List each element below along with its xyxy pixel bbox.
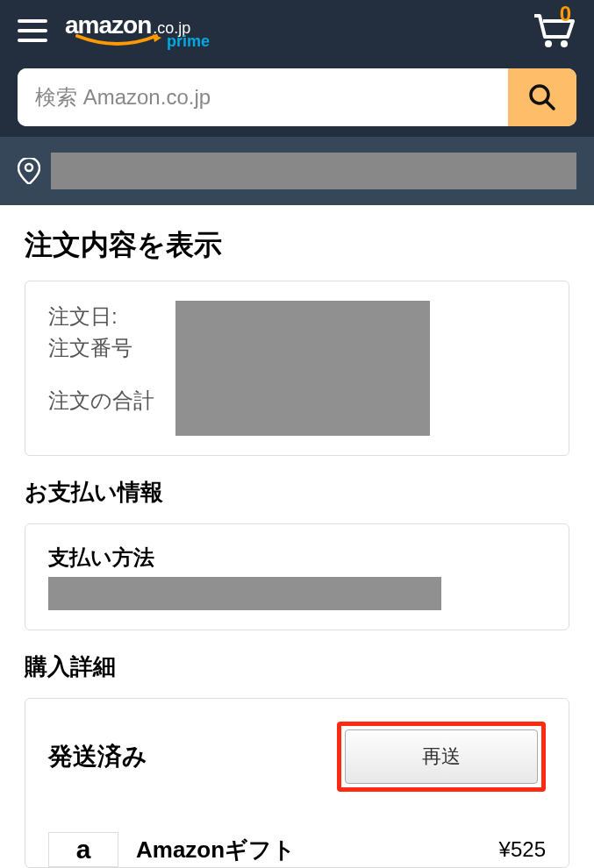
location-redacted [51, 153, 576, 189]
payment-card: 支払い方法 [25, 523, 569, 630]
search-button[interactable] [508, 68, 576, 126]
order-number-label: 注文番号 [48, 332, 154, 364]
search-bar-container [0, 61, 594, 137]
shipped-label: 発送済み [48, 740, 147, 773]
payment-section-title: お支払い情報 [25, 477, 569, 508]
search-bar [18, 68, 576, 126]
prime-text: prime [167, 32, 210, 51]
cart-button[interactable]: 0 [531, 9, 576, 53]
resend-highlight: 再送 [337, 722, 546, 792]
cart-count: 0 [560, 2, 571, 26]
svg-point-0 [545, 40, 552, 47]
logo[interactable]: amazon .co.jp prime [65, 11, 210, 51]
resend-button[interactable]: 再送 [345, 729, 538, 784]
product-thumbnail[interactable]: a [48, 832, 118, 867]
header: amazon .co.jp prime 0 [0, 0, 594, 61]
svg-point-1 [561, 40, 568, 47]
svg-line-3 [547, 102, 554, 109]
product-price: ¥525 [499, 837, 546, 862]
location-bar[interactable] [0, 137, 594, 205]
payment-method-label: 支払い方法 [48, 544, 546, 572]
product-row: a Amazonギフト ¥525 [48, 818, 546, 867]
order-total-label: 注文の合計 [48, 385, 154, 416]
search-input[interactable] [18, 68, 508, 126]
content: 注文内容を表示 注文日: 注文番号 注文の合計 お支払い情報 支払い方法 購入詳… [0, 205, 594, 868]
menu-button[interactable] [18, 19, 47, 42]
location-icon [18, 158, 40, 184]
amazon-smile-icon [74, 34, 161, 50]
purchase-section-title: 購入詳細 [25, 651, 569, 682]
page-title: 注文内容を表示 [25, 226, 569, 265]
order-date-label: 注文日: [48, 301, 154, 332]
purchase-card: 発送済み 再送 a Amazonギフト ¥525 [25, 698, 569, 868]
svg-point-4 [25, 164, 32, 171]
payment-method-redacted [48, 577, 441, 610]
order-labels: 注文日: 注文番号 注文の合計 [48, 301, 154, 416]
hamburger-icon [18, 19, 47, 23]
product-name[interactable]: Amazonギフト [136, 835, 482, 865]
search-icon [527, 82, 557, 112]
header-left: amazon .co.jp prime [18, 11, 210, 51]
order-values-redacted [175, 301, 430, 436]
order-info-card: 注文日: 注文番号 注文の合計 [25, 281, 569, 456]
